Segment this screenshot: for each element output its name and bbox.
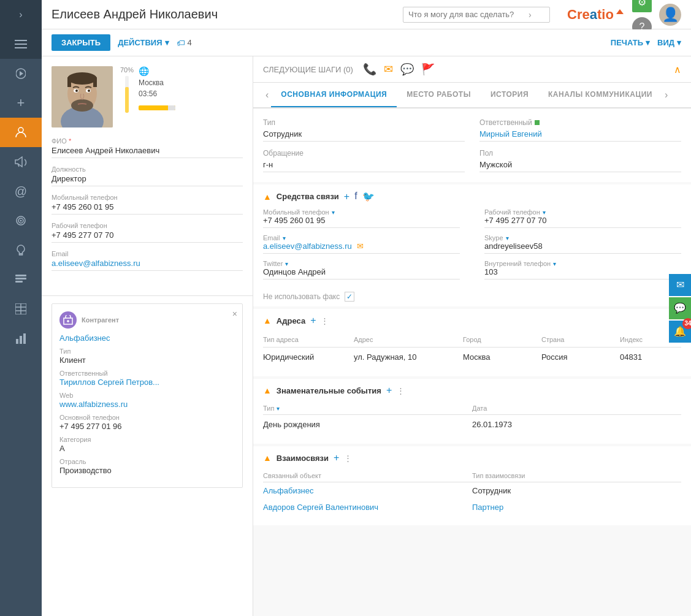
phone-comm-icon[interactable]: 📞: [363, 63, 376, 76]
close-button[interactable]: ЗАКРЫТЬ: [52, 34, 110, 51]
mobile-field-group: Мобильный телефон +7 495 260 01 95: [52, 194, 243, 215]
events-more-button[interactable]: ⋮: [397, 386, 405, 395]
right-edge-email-button[interactable]: ✉: [669, 274, 691, 296]
address-more-button[interactable]: ⋮: [321, 316, 329, 325]
search-box[interactable]: ›: [403, 7, 550, 23]
flag-comm-icon[interactable]: 🚩: [421, 63, 435, 76]
sidebar-bulb-icon[interactable]: [0, 235, 42, 265]
work-phone-dropdown-arrow[interactable]: ▾: [543, 209, 546, 216]
work-phone-contact-field: Рабочий телефон ▾ +7 495 277 07 70: [484, 208, 681, 228]
svg-rect-19: [23, 333, 26, 344]
counterpart-responsible-value[interactable]: Тириллов Сергей Петров...: [59, 378, 235, 387]
facebook-icon[interactable]: f: [354, 191, 357, 202]
responsible-value[interactable]: Мирный Евгений: [479, 129, 681, 142]
sidebar-plus-icon[interactable]: +: [0, 88, 42, 118]
twitter-dropdown-arrow[interactable]: ▾: [285, 260, 288, 267]
counterpart-type-value: Клиент: [59, 356, 235, 365]
counterpart-web-label: Web: [59, 392, 235, 399]
mobile-dropdown-arrow[interactable]: ▾: [332, 209, 335, 216]
work-phone-label: Рабочий телефон: [52, 222, 243, 229]
email-label: Email: [52, 250, 243, 257]
counterpart-close-button[interactable]: ×: [232, 309, 237, 319]
email-verify-icon: ✉: [357, 241, 364, 251]
profile-meta: 70% 🌐 Москва 03:56: [120, 66, 175, 113]
sidebar-play-icon[interactable]: [0, 59, 42, 88]
tab-history[interactable]: ИСТОРИЯ: [481, 83, 538, 107]
contacts-collapse-icon[interactable]: ▲: [263, 192, 272, 202]
email-dropdown-arrow[interactable]: ▾: [283, 235, 286, 241]
events-add-button[interactable]: +: [386, 385, 392, 396]
svg-rect-18: [20, 336, 22, 344]
search-arrow-icon: ›: [529, 10, 532, 20]
twitter-icon[interactable]: 🐦: [362, 191, 375, 202]
comm-icons: 📞 ✉ 💬 🚩: [363, 63, 435, 76]
tab-prev-button[interactable]: ‹: [263, 85, 271, 105]
chat-comm-icon[interactable]: 💬: [400, 63, 414, 76]
actions-button[interactable]: ДЕЙСТВИЯ ▾: [118, 38, 169, 47]
relations-section: ▲ Взаимосвязи + ⋮ Связанный объект Тип в…: [253, 446, 691, 525]
relation-object-2[interactable]: Авдоров Сергей Валентинович: [263, 503, 472, 512]
svg-rect-0: [15, 40, 27, 41]
mobile-contact-value: +7 495 260 01 95: [263, 216, 460, 228]
mobile-label: Мобильный телефон: [52, 194, 243, 201]
sidebar-list-icon[interactable]: [0, 265, 42, 294]
events-title: Знаменательные события: [277, 386, 381, 395]
relation-object-1[interactable]: Альфабизнес: [263, 486, 472, 495]
address-add-button[interactable]: +: [310, 315, 316, 326]
avatar[interactable]: 👤: [659, 4, 681, 26]
email-contact-value[interactable]: a.eliseev@alfabizness.ru ✉: [263, 241, 460, 254]
contacts-section: ▲ Средства связи + f 🐦 Мобильный телефон…: [253, 184, 691, 306]
relation-type-2[interactable]: Партнер: [472, 503, 681, 512]
completeness-bar: [125, 76, 129, 113]
relations-title: Взаимосвязи: [277, 454, 329, 463]
tab-channels[interactable]: КАНАЛЫ КОММУНИКАЦИИ: [538, 83, 662, 107]
counterpart-section-title: Контрагент: [82, 316, 119, 324]
internal-phone-dropdown-arrow[interactable]: ▾: [553, 260, 556, 267]
responsible-label: Ответственный: [479, 118, 681, 127]
sidebar-expand-btn[interactable]: ›: [0, 0, 42, 29]
right-edge-chat-button[interactable]: 💬: [669, 297, 691, 319]
contacts-add-button[interactable]: +: [344, 191, 349, 202]
tag-count[interactable]: 🏷 4: [177, 38, 192, 48]
relations-table: Связанный объект Тип взаимосвязи Альфаби…: [253, 470, 691, 523]
print-button[interactable]: ПЕЧАТЬ ▾: [611, 38, 650, 47]
sidebar-at-icon[interactable]: @: [0, 177, 42, 206]
sidebar-bar-chart-icon[interactable]: [0, 324, 42, 353]
time-text: 03:56: [139, 89, 175, 98]
contacts-section-header: ▲ Средства связи + f 🐦: [253, 184, 691, 208]
email-value[interactable]: a.eliseev@alfabizness.ru: [52, 259, 243, 271]
tab-workplace[interactable]: МЕСТО РАБОТЫ: [397, 83, 481, 107]
sidebar-menu-icon[interactable]: [0, 29, 42, 59]
sidebar-contacts-icon[interactable]: [0, 118, 42, 147]
nextsteps-collapse-button[interactable]: ∧: [674, 64, 681, 75]
events-collapse-icon[interactable]: ▲: [263, 386, 272, 395]
search-input[interactable]: [408, 10, 525, 19]
internal-phone-contact-label: Внутренний телефон ▾: [484, 260, 681, 267]
relations-collapse-icon[interactable]: ▲: [263, 453, 272, 463]
counterpart-web-value[interactable]: www.alfabizness.ru: [59, 400, 235, 409]
relations-more-button[interactable]: ⋮: [344, 454, 352, 463]
relations-data-row-1: Альфабизнес Сотрудник: [263, 482, 681, 499]
counterpart-card: Контрагент × Альфабизнес Тип Клиент Отве…: [52, 303, 243, 488]
address-city-value: Москва: [463, 352, 536, 362]
fio-field-group: ФИО Елисеев Андрей Николаевич: [52, 137, 243, 158]
sidebar-megaphone-icon[interactable]: [0, 147, 42, 177]
sidebar-table-icon[interactable]: [0, 294, 42, 324]
tab-next-button[interactable]: ›: [662, 85, 670, 105]
counterpart-name[interactable]: Альфабизнес: [59, 333, 110, 343]
completeness-fill: [125, 87, 129, 113]
events-sort-icon[interactable]: ▾: [277, 405, 280, 412]
sidebar-target-icon[interactable]: [0, 206, 42, 235]
gear-button[interactable]: ⚙: [632, 0, 652, 12]
address-collapse-icon[interactable]: ▲: [263, 316, 272, 325]
view-button[interactable]: ВИД ▾: [657, 38, 681, 47]
svg-rect-26: [93, 77, 97, 87]
right-edge-notification-button[interactable]: 🔔 34: [669, 321, 691, 343]
relations-add-button[interactable]: +: [334, 452, 339, 463]
email-comm-icon[interactable]: ✉: [384, 63, 393, 76]
fax-checkbox[interactable]: ✓: [345, 292, 354, 302]
skype-dropdown-arrow[interactable]: ▾: [506, 235, 509, 241]
fio-label: ФИО: [52, 137, 243, 145]
events-section-header: ▲ Знаменательные события + ⋮: [253, 379, 691, 402]
tab-main-info[interactable]: ОСНОВНАЯ ИНФОРМАЦИЯ: [271, 83, 397, 107]
